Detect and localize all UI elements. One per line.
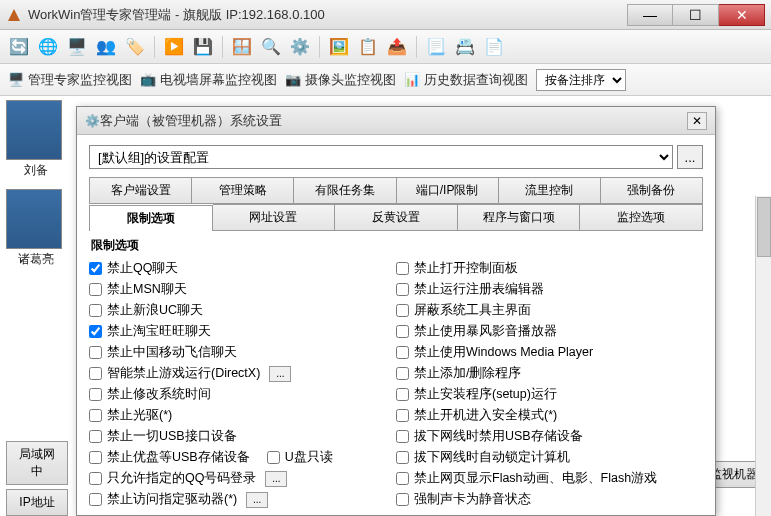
opt-safemode[interactable]: 禁止开机进入安全模式(*) <box>396 405 703 426</box>
opt-feixin[interactable]: 禁止中国移动飞信聊天 <box>89 342 396 363</box>
checkbox[interactable] <box>396 430 409 443</box>
checkbox[interactable] <box>89 388 102 401</box>
tab-client-settings[interactable]: 客户端设置 <box>89 177 192 203</box>
toolbar-screens-icon[interactable]: 🖼️ <box>326 34 352 60</box>
checkbox[interactable] <box>396 304 409 317</box>
view-wall[interactable]: 📺 电视墙屏幕监控视图 <box>140 71 277 89</box>
opt-mute[interactable]: 强制声卡为静音状态 <box>396 489 703 510</box>
opt-flash[interactable]: 禁止网页显示Flash动画、电影、Flash游戏 <box>396 468 703 489</box>
checkbox[interactable] <box>89 493 102 506</box>
toolbar-refresh-icon[interactable]: 🔄 <box>6 34 32 60</box>
checkbox[interactable] <box>396 472 409 485</box>
tab-traffic[interactable]: 流里控制 <box>499 177 601 203</box>
tab-programs[interactable]: 程序与窗口项 <box>458 204 581 230</box>
config-browse-button[interactable]: ... <box>677 145 703 169</box>
toolbar-tag-icon[interactable]: 🏷️ <box>122 34 148 60</box>
toolbar-gear-icon[interactable]: ⚙️ <box>287 34 313 60</box>
tab-url[interactable]: 网址设置 <box>213 204 336 230</box>
sort-select[interactable]: 按备注排序 <box>536 69 626 91</box>
maximize-button[interactable]: ☐ <box>673 4 719 26</box>
tab-restrict[interactable]: 限制选项 <box>89 205 213 231</box>
checkbox[interactable] <box>396 262 409 275</box>
checkbox[interactable] <box>89 430 102 443</box>
checkbox[interactable] <box>89 262 102 275</box>
tab-port-ip[interactable]: 端口/IP限制 <box>397 177 499 203</box>
checkbox[interactable] <box>396 283 409 296</box>
toolbar-separator <box>222 36 223 58</box>
opt-cdrom[interactable]: 禁止光驱(*) <box>89 405 396 426</box>
wall-icon: 📺 <box>140 72 156 88</box>
checkbox[interactable] <box>89 472 102 485</box>
vertical-scrollbar[interactable] <box>755 196 771 516</box>
checkbox[interactable] <box>396 388 409 401</box>
checkbox[interactable] <box>396 367 409 380</box>
opt-directx[interactable]: 智能禁止游戏运行(DirectX)... <box>89 363 396 384</box>
checkbox[interactable] <box>89 367 102 380</box>
toolbar-users-icon[interactable]: 👥 <box>93 34 119 60</box>
toolbar-play-icon[interactable]: ▶️ <box>161 34 187 60</box>
app-icon <box>6 7 22 23</box>
opt-ctrlpanel[interactable]: 禁止打开控制面板 <box>396 258 703 279</box>
opt-net-usb[interactable]: 拔下网线时禁用USB存储设备 <box>396 426 703 447</box>
opt-qq-whitelist[interactable]: 只允许指定的QQ号码登录... <box>89 468 396 489</box>
opt-qq[interactable]: 禁止QQ聊天 <box>89 258 396 279</box>
toolbar-globe-icon[interactable]: 🌐 <box>35 34 61 60</box>
opt-systime[interactable]: 禁止修改系统时间 <box>89 384 396 405</box>
opt-addrem[interactable]: 禁止添加/删除程序 <box>396 363 703 384</box>
config-select[interactable]: [默认组]的设置配置 <box>89 145 673 169</box>
opt-usb-all[interactable]: 禁止一切USB接口设备 <box>89 426 396 447</box>
dialog-close-button[interactable]: ✕ <box>687 112 707 130</box>
toolbar-list-icon[interactable]: 📃 <box>423 34 449 60</box>
tab-backup[interactable]: 强制备份 <box>601 177 703 203</box>
toolbar-send-icon[interactable]: 📤 <box>384 34 410 60</box>
client-thumb[interactable]: 刘备 <box>6 100 66 179</box>
tab-lan[interactable]: 局域网中 <box>6 441 68 485</box>
tab-policy[interactable]: 管理策略 <box>192 177 294 203</box>
opt-net-lock[interactable]: 拔下网线时自动锁定计算机 <box>396 447 703 468</box>
opt-wmp[interactable]: 禁止使用Windows Media Player <box>396 342 703 363</box>
view-history[interactable]: 📊 历史数据查询视图 <box>404 71 528 89</box>
view-camera[interactable]: 📷 摄像头监控视图 <box>285 71 396 89</box>
opt-wangwang[interactable]: 禁止淘宝旺旺聊天 <box>89 321 396 342</box>
tab-ip[interactable]: IP地址 <box>6 489 68 516</box>
toolbar-search-icon[interactable]: 🔍 <box>258 34 284 60</box>
checkbox[interactable] <box>89 325 102 338</box>
checkbox[interactable] <box>267 451 280 464</box>
tab-monitor-opts[interactable]: 监控选项 <box>580 204 703 230</box>
checkbox[interactable] <box>89 304 102 317</box>
tab-antiporn[interactable]: 反黄设置 <box>335 204 458 230</box>
opt-setup[interactable]: 禁止安装程序(setup)运行 <box>396 384 703 405</box>
toolbar-copy-icon[interactable]: 📋 <box>355 34 381 60</box>
opt-more-button[interactable]: ... <box>269 366 291 382</box>
tab-tasks[interactable]: 有限任务集 <box>294 177 396 203</box>
opt-regedit[interactable]: 禁止运行注册表编辑器 <box>396 279 703 300</box>
checkbox[interactable] <box>396 493 409 506</box>
toolbar-contacts-icon[interactable]: 📇 <box>452 34 478 60</box>
minimize-button[interactable]: — <box>627 4 673 26</box>
toolbar-window-icon[interactable]: 🪟 <box>229 34 255 60</box>
checkbox[interactable] <box>396 325 409 338</box>
opt-uc[interactable]: 禁止新浪UC聊天 <box>89 300 396 321</box>
checkbox[interactable] <box>89 283 102 296</box>
toolbar-monitor-icon[interactable]: 🖥️ <box>64 34 90 60</box>
opt-more-button[interactable]: ... <box>246 492 268 508</box>
client-thumb[interactable]: 诸葛亮 <box>6 189 66 268</box>
checkbox[interactable] <box>89 409 102 422</box>
checkbox[interactable] <box>396 346 409 359</box>
options-right-column: 禁止打开控制面板 禁止运行注册表编辑器 屏蔽系统工具主界面 禁止使用暴风影音播放… <box>396 258 703 510</box>
checkbox[interactable] <box>396 409 409 422</box>
opt-systools[interactable]: 屏蔽系统工具主界面 <box>396 300 703 321</box>
checkbox[interactable] <box>89 451 102 464</box>
checkbox[interactable] <box>396 451 409 464</box>
toolbar-doc-icon[interactable]: 📄 <box>481 34 507 60</box>
close-button[interactable]: ✕ <box>719 4 765 26</box>
toolbar-disk-icon[interactable]: 💾 <box>190 34 216 60</box>
group-title: 限制选项 <box>91 237 703 254</box>
opt-drives[interactable]: 禁止访问指定驱动器(*)... <box>89 489 396 510</box>
opt-msn[interactable]: 禁止MSN聊天 <box>89 279 396 300</box>
checkbox[interactable] <box>89 346 102 359</box>
view-monitor[interactable]: 🖥️ 管理专家监控视图 <box>8 71 132 89</box>
scroll-thumb[interactable] <box>757 197 771 257</box>
opt-more-button[interactable]: ... <box>265 471 287 487</box>
opt-baofeng[interactable]: 禁止使用暴风影音播放器 <box>396 321 703 342</box>
